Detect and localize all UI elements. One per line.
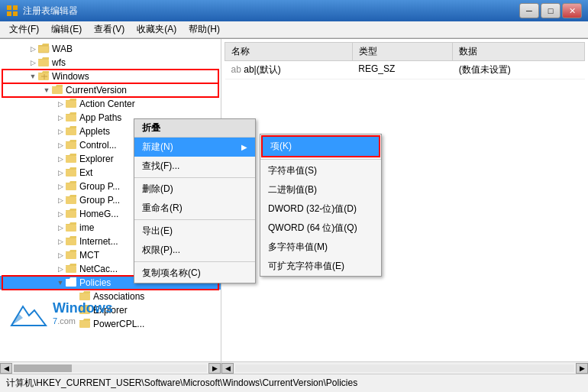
window-controls: ─ □ ✕ xyxy=(519,3,582,18)
sub-menu-binary[interactable]: 二进制值(B) xyxy=(260,180,381,199)
context-menu-export[interactable]: 导出(E) xyxy=(134,222,255,241)
expander-homeg: ▷ xyxy=(55,209,66,219)
scroll-right-btn[interactable]: ▶ xyxy=(208,363,221,374)
sub-menu-string[interactable]: 字符串值(S) xyxy=(260,161,381,180)
tree-label-powercpl: PowerCPL... xyxy=(93,319,144,329)
tree-item-wfs[interactable]: ▷ wfs xyxy=(0,56,221,70)
tree-item-currentversion[interactable]: ▼ CurrentVersion xyxy=(0,83,221,97)
sub-menu-multistring-label: 多字符串值(M) xyxy=(268,241,328,252)
svg-rect-13 xyxy=(66,156,76,163)
status-bar: 计算机\HKEY_CURRENT_USER\Software\Microsoft… xyxy=(0,374,588,392)
expander-powercpl xyxy=(69,319,79,329)
context-menu-copyname[interactable]: 复制项名称(C) xyxy=(134,264,255,283)
sub-menu-dword[interactable]: DWORD (32-位)值(D) xyxy=(260,199,381,219)
tree-item-associations[interactable]: Associations xyxy=(0,290,221,303)
svg-rect-15 xyxy=(66,183,76,190)
menu-view[interactable]: 查看(V) xyxy=(88,21,131,37)
sub-menu-string-label: 字符串值(S) xyxy=(268,165,317,176)
expander-mct: ▷ xyxy=(55,250,66,261)
svg-rect-18 xyxy=(66,225,76,232)
folder-icon-windows xyxy=(38,71,50,82)
tree-label-wfs: wfs xyxy=(52,57,66,68)
col-type: 类型 xyxy=(352,43,453,61)
expander-wfs: ▷ xyxy=(27,57,38,68)
status-path: 计算机\HKEY_CURRENT_USER\Software\Microsoft… xyxy=(6,377,357,390)
sub-menu-binary-label: 二进制值(B) xyxy=(268,184,317,195)
sub-menu-multistring[interactable]: 多字符串值(M) xyxy=(260,238,381,257)
folder-icon-netcac xyxy=(66,264,78,274)
svg-rect-0 xyxy=(7,5,11,10)
tree-label-controlpanel: Control... xyxy=(79,140,117,151)
svg-rect-16 xyxy=(66,197,76,204)
menu-favorites[interactable]: 收藏夹(A) xyxy=(131,21,183,37)
tree-hscrollbar[interactable]: ◀ ▶ xyxy=(0,361,221,374)
tree-label-ext: Ext xyxy=(79,167,92,178)
menu-file[interactable]: 文件(F) xyxy=(3,21,45,37)
right-hscrollbar[interactable]: ◀ ▶ xyxy=(221,361,588,374)
expander-explorerchild xyxy=(69,305,79,316)
folder-icon-homeg xyxy=(66,209,78,219)
sub-context-menu: 项(K) 字符串值(S) 二进制值(B) DWORD (32-位)值(D) QW… xyxy=(260,134,382,277)
tree-label-groupp1: Group P... xyxy=(79,181,120,192)
right-scroll-track xyxy=(235,364,574,372)
folder-icon-ext xyxy=(66,167,78,178)
context-menu-new[interactable]: 新建(N) ▶ xyxy=(134,138,255,157)
folder-icon-mct xyxy=(66,250,78,261)
registry-table: 名称 类型 数据 ab ab|(默认) REG_SZ (数值未设置) xyxy=(225,42,585,79)
svg-rect-12 xyxy=(66,142,76,149)
folder-icon-wab xyxy=(38,44,50,54)
folder-icon-explorer xyxy=(66,154,78,164)
folder-icon-controlpanel xyxy=(66,140,78,151)
col-data: 数据 xyxy=(453,43,585,61)
folder-icon-actioncenter xyxy=(66,99,78,109)
sub-menu-qword[interactable]: QWORD (64 位)值(Q) xyxy=(260,219,381,238)
expander-ime: ▷ xyxy=(55,222,66,233)
context-menu-sep2 xyxy=(134,219,255,220)
right-scroll-right[interactable]: ▶ xyxy=(576,363,588,374)
menu-edit[interactable]: 编辑(E) xyxy=(45,21,88,37)
svg-rect-20 xyxy=(66,252,76,259)
minimize-button[interactable]: ─ xyxy=(519,3,539,18)
folder-icon-internet xyxy=(66,236,78,247)
svg-rect-8 xyxy=(52,87,63,94)
context-menu-rename[interactable]: 重命名(R) xyxy=(134,199,255,218)
scroll-left-btn[interactable]: ◀ xyxy=(0,363,12,374)
context-menu-export-label: 导出(E) xyxy=(142,225,173,238)
svg-rect-23 xyxy=(79,293,90,300)
table-row[interactable]: ab ab|(默认) REG_SZ (数值未设置) xyxy=(225,61,585,79)
tree-label-apppaths: App Paths xyxy=(79,112,121,123)
folder-icon-powercpl xyxy=(79,319,92,329)
context-menu-find[interactable]: 查找(F)... xyxy=(134,157,255,176)
context-menu-new-label: 新建(N) xyxy=(142,141,173,154)
tree-label-windows: Windows xyxy=(52,71,89,82)
svg-rect-3 xyxy=(13,11,18,16)
folder-icon-wfs xyxy=(38,57,50,68)
tree-item-wab[interactable]: ▷ WAB xyxy=(0,42,221,56)
context-menu: 折叠 新建(N) ▶ 查找(F)... 删除(D) 重命名(R) 导出(E) 权… xyxy=(134,118,256,283)
folder-icon-currentversion xyxy=(52,85,64,96)
tree-item-actioncenter[interactable]: ▷ Action Center xyxy=(0,97,221,111)
maximize-button[interactable]: □ xyxy=(541,3,561,18)
expander-groupp1: ▷ xyxy=(55,181,66,192)
sub-menu-expandstring[interactable]: 可扩充字符串值(E) xyxy=(260,257,381,276)
folder-icon-policies xyxy=(66,277,78,288)
sub-menu-expandstring-label: 可扩充字符串值(E) xyxy=(268,261,344,271)
right-scroll-left[interactable]: ◀ xyxy=(221,363,234,374)
tree-label-currentversion: CurrentVersion xyxy=(66,85,127,96)
svg-rect-11 xyxy=(66,128,76,135)
tree-item-powercpl[interactable]: PowerCPL... xyxy=(0,317,221,331)
menu-help[interactable]: 帮助(H) xyxy=(183,21,226,37)
expander-apppaths: ▷ xyxy=(55,112,66,123)
cell-data: (数值未设置) xyxy=(453,61,585,79)
context-menu-copyname-label: 复制项名称(C) xyxy=(142,267,201,280)
context-menu-find-label: 查找(F)... xyxy=(142,160,179,173)
app-icon xyxy=(6,5,18,17)
sub-menu-key[interactable]: 项(K) xyxy=(263,137,379,156)
context-menu-permissions[interactable]: 权限(P)... xyxy=(134,241,255,260)
close-button[interactable]: ✕ xyxy=(562,3,582,18)
tree-item-windows[interactable]: ▼ Windows xyxy=(0,70,221,83)
expander-groupp2: ▷ xyxy=(55,195,66,206)
context-menu-delete[interactable]: 删除(D) xyxy=(134,180,255,199)
svg-rect-19 xyxy=(66,238,76,245)
tree-item-explorerchild[interactable]: Explorer xyxy=(0,303,221,317)
